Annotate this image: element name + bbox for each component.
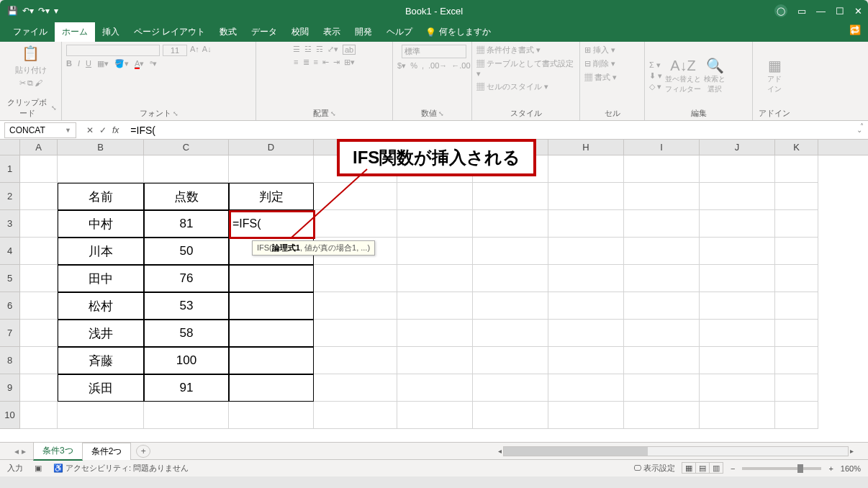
- cell-I7[interactable]: [624, 320, 700, 347]
- cell-F7[interactable]: [397, 320, 473, 347]
- col-header-C[interactable]: C: [144, 140, 229, 155]
- clipboard-dialog-icon[interactable]: ⤡: [51, 104, 57, 112]
- indent-dec-icon[interactable]: ⇤: [322, 58, 329, 67]
- cell-H8[interactable]: [548, 347, 624, 374]
- cell-B9[interactable]: 浜田: [58, 374, 144, 402]
- cell-A7[interactable]: [20, 320, 58, 347]
- cell-G2[interactable]: [473, 183, 548, 210]
- add-sheet-button[interactable]: +: [136, 445, 150, 458]
- formula-expand-icon[interactable]: ⌄: [851, 126, 868, 134]
- scroll-thumb[interactable]: [504, 447, 648, 456]
- tab-file[interactable]: ファイル: [6, 22, 55, 42]
- cell-J2[interactable]: [700, 183, 775, 210]
- view-pagebreak-icon[interactable]: ▥: [709, 462, 723, 474]
- align-left-icon[interactable]: ≡: [294, 58, 298, 67]
- delete-cells-button[interactable]: ⊟ 削除 ▾: [584, 58, 615, 69]
- row-header-6[interactable]: 6: [0, 292, 20, 320]
- zoom-in-button[interactable]: +: [828, 464, 833, 473]
- col-header-H[interactable]: H: [548, 140, 624, 155]
- row-header-4[interactable]: 4: [0, 238, 20, 265]
- cell-C8[interactable]: 100: [144, 347, 229, 374]
- col-header-J[interactable]: J: [700, 140, 775, 155]
- minimize-button[interactable]: —: [816, 6, 826, 17]
- paste-label[interactable]: 貼り付け: [15, 65, 47, 76]
- cut-icon[interactable]: ✂: [19, 78, 26, 88]
- currency-icon[interactable]: $▾: [397, 61, 406, 71]
- cell-K6[interactable]: [775, 292, 818, 320]
- align-middle-icon[interactable]: ☳: [304, 45, 312, 55]
- sheet-tab-1[interactable]: 条件3つ: [33, 442, 83, 461]
- cell-H1[interactable]: [548, 155, 624, 183]
- cell-F5[interactable]: [397, 265, 473, 292]
- cell-A6[interactable]: [20, 292, 58, 320]
- addin-label[interactable]: アド イン: [767, 74, 782, 94]
- cell-I6[interactable]: [624, 292, 700, 320]
- decrease-font-icon[interactable]: A↓: [202, 45, 212, 56]
- merge-icon[interactable]: ⊞▾: [344, 58, 355, 67]
- cell-B1[interactable]: [58, 155, 144, 183]
- user-avatar-icon[interactable]: ◯: [774, 4, 787, 17]
- cell-A2[interactable]: [20, 183, 58, 210]
- cell-D8[interactable]: [229, 347, 314, 374]
- view-pagelayout-icon[interactable]: ▤: [695, 462, 710, 474]
- cell-C9[interactable]: 91: [144, 374, 229, 402]
- scroll-left-icon[interactable]: ◂: [498, 447, 502, 455]
- dec-decimal-icon[interactable]: ←.00: [451, 61, 470, 71]
- increase-font-icon[interactable]: A↑: [190, 45, 199, 56]
- cell-E10[interactable]: [314, 402, 397, 429]
- tab-review[interactable]: 校閲: [284, 22, 316, 42]
- cell-G7[interactable]: [473, 320, 548, 347]
- cell-B4[interactable]: 川本: [58, 238, 144, 265]
- align-top-icon[interactable]: ☰: [293, 45, 300, 55]
- cell-E8[interactable]: [314, 347, 397, 374]
- cell-E5[interactable]: [314, 265, 397, 292]
- cell-G6[interactable]: [473, 292, 548, 320]
- font-size-combo[interactable]: 11: [163, 45, 187, 56]
- cell-A9[interactable]: [20, 374, 58, 402]
- fill-icon[interactable]: ⬇ ▾: [649, 71, 662, 81]
- scroll-track[interactable]: [503, 446, 849, 456]
- macro-record-icon[interactable]: ▣: [35, 464, 42, 473]
- cell-I9[interactable]: [624, 374, 700, 402]
- enter-formula-button[interactable]: ✓: [99, 125, 107, 135]
- copy-icon[interactable]: ⧉: [27, 78, 33, 88]
- cell-B7[interactable]: 浅井: [58, 320, 144, 347]
- addin-icon[interactable]: ▦: [767, 57, 782, 74]
- cell-D7[interactable]: [229, 320, 314, 347]
- sort-filter-icon[interactable]: A↓Z: [665, 58, 701, 74]
- sheet-nav-prev-icon[interactable]: ◂: [14, 446, 19, 456]
- cell-C2[interactable]: 点数: [144, 183, 229, 210]
- cell-B10[interactable]: [58, 402, 144, 429]
- row-header-10[interactable]: 10: [0, 402, 20, 429]
- sort-filter-label[interactable]: 並べ替えと フィルター: [665, 74, 701, 94]
- formula-input[interactable]: =IFS(: [125, 125, 851, 136]
- cell-G4[interactable]: [473, 238, 548, 265]
- indent-inc-icon[interactable]: ⇥: [333, 58, 340, 67]
- bold-button[interactable]: B: [66, 59, 72, 68]
- underline-button[interactable]: U: [86, 59, 91, 68]
- cell-A1[interactable]: [20, 155, 58, 183]
- find-select-label[interactable]: 検索と 選択: [704, 74, 725, 94]
- conditional-format-button[interactable]: ▦ 条件付き書式 ▾: [476, 45, 541, 55]
- align-center-icon[interactable]: ≣: [303, 58, 309, 67]
- tab-insert[interactable]: 挿入: [95, 22, 127, 42]
- cell-H2[interactable]: [548, 183, 624, 210]
- cell-K1[interactable]: [775, 155, 818, 183]
- border-icon[interactable]: ▦▾: [97, 59, 109, 68]
- format-table-button[interactable]: ▦ テーブルとして書式設定 ▾: [476, 58, 575, 78]
- cell-I8[interactable]: [624, 347, 700, 374]
- cell-I10[interactable]: [624, 402, 700, 429]
- cell-K9[interactable]: [775, 374, 818, 402]
- cell-G8[interactable]: [473, 347, 548, 374]
- row-header-2[interactable]: 2: [0, 183, 20, 210]
- cell-I5[interactable]: [624, 265, 700, 292]
- tell-me[interactable]: 💡何をしますか: [420, 22, 497, 42]
- clear-icon[interactable]: ◇ ▾: [649, 82, 662, 91]
- number-dialog-icon[interactable]: ⤡: [438, 110, 444, 117]
- tab-view[interactable]: 表示: [316, 22, 348, 42]
- cell-D2[interactable]: 判定: [229, 183, 314, 210]
- cell-E9[interactable]: [314, 374, 397, 402]
- cell-J7[interactable]: [700, 320, 775, 347]
- cell-J10[interactable]: [700, 402, 775, 429]
- autosum-icon[interactable]: Σ ▾: [649, 60, 662, 70]
